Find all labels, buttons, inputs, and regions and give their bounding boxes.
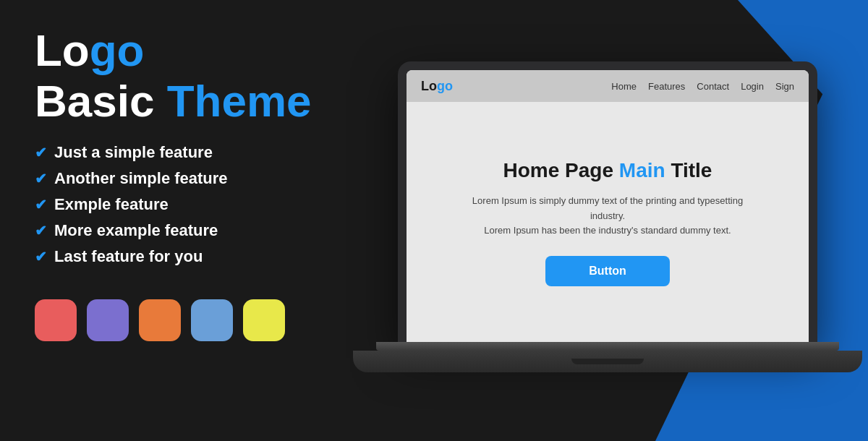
site-logo: Logo — [421, 79, 453, 94]
site-description: Lorem Ipsum is simply dummy text of the … — [456, 194, 760, 239]
list-item: ✔ Just a simple feature — [35, 143, 334, 162]
right-panel: Logo Home Features Contact Login Sign Ho… — [369, 0, 868, 441]
site-cta-button[interactable]: Button — [545, 256, 670, 286]
logo-regular: Lo — [35, 25, 90, 75]
features-list: ✔ Just a simple feature ✔ Another simple… — [35, 143, 334, 273]
list-item: ✔ Exmple feature — [35, 195, 334, 214]
purple-swatch[interactable] — [87, 299, 129, 341]
check-icon-5: ✔ — [35, 248, 47, 265]
title-blue: Theme — [167, 76, 312, 126]
theme-heading: Basic Theme — [35, 77, 334, 126]
orange-swatch[interactable] — [139, 299, 181, 341]
site-logo-blue: go — [437, 79, 453, 93]
check-icon-2: ✔ — [35, 170, 47, 187]
hero-title-regular: Home Page — [503, 159, 619, 181]
nav-sign[interactable]: Sign — [775, 81, 794, 92]
left-panel: Logo Basic Theme ✔ Just a simple feature… — [0, 0, 369, 441]
nav-home[interactable]: Home — [611, 81, 637, 92]
laptop-screen-inner: Logo Home Features Contact Login Sign Ho… — [407, 70, 809, 343]
site-body: Home Page Main Title Lorem Ipsum is simp… — [407, 102, 809, 343]
check-icon-4: ✔ — [35, 222, 47, 239]
site-main-title: Home Page Main Title — [503, 159, 712, 182]
check-icon-1: ✔ — [35, 144, 47, 161]
feature-text-4: More example feature — [54, 221, 218, 240]
list-item: ✔ Another simple feature — [35, 169, 334, 188]
nav-login[interactable]: Login — [741, 81, 764, 92]
laptop-notch — [571, 359, 644, 364]
site-nav-links: Home Features Contact Login Sign — [611, 81, 794, 92]
logo-blue: go — [90, 25, 145, 75]
blue-swatch[interactable] — [191, 299, 233, 341]
color-swatches — [35, 299, 334, 341]
list-item: ✔ Last feature for you — [35, 247, 334, 266]
hero-title-blue: Main — [619, 159, 665, 181]
laptop-base — [376, 342, 839, 380]
feature-text-5: Last feature for you — [54, 247, 203, 266]
laptop-mockup: Logo Home Features Contact Login Sign Ho… — [376, 61, 839, 380]
site-nav: Logo Home Features Contact Login Sign — [407, 70, 809, 102]
laptop-base-bottom — [353, 351, 862, 372]
check-icon-3: ✔ — [35, 196, 47, 213]
nav-contact[interactable]: Contact — [697, 81, 729, 92]
laptop-base-top — [376, 342, 839, 351]
yellow-swatch[interactable] — [243, 299, 285, 341]
red-swatch[interactable] — [35, 299, 77, 341]
feature-text-3: Exmple feature — [54, 195, 169, 214]
site-logo-regular: Lo — [421, 79, 437, 93]
hero-title-end: Title — [665, 159, 712, 181]
list-item: ✔ More example feature — [35, 221, 334, 240]
laptop-screen-outer: Logo Home Features Contact Login Sign Ho… — [398, 61, 817, 343]
feature-text-2: Another simple feature — [54, 169, 228, 188]
feature-text-1: Just a simple feature — [54, 143, 213, 162]
nav-features[interactable]: Features — [648, 81, 685, 92]
logo-heading: Logo — [35, 26, 334, 75]
title-regular: Basic — [35, 76, 167, 126]
